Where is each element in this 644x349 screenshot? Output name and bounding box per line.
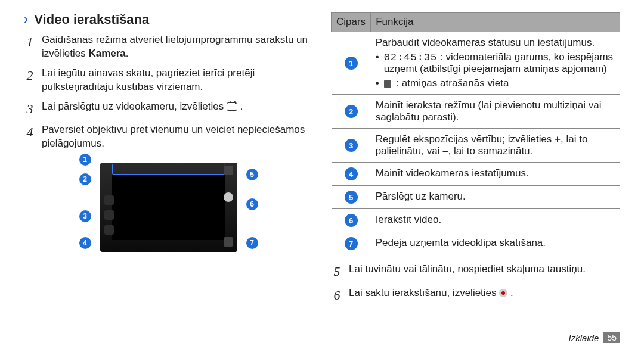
overlay-exposure-icon xyxy=(104,210,114,220)
table-row: 5 Pārslēgt uz kameru. xyxy=(332,186,620,209)
row-badge: 1 xyxy=(345,57,358,70)
step-number: 1 xyxy=(24,33,36,61)
step-2: 2 Lai iegūtu ainavas skatu, pagrieziet i… xyxy=(24,67,313,94)
step-text: Gaidīšanas režīmā atveriet lietojumprogr… xyxy=(42,33,313,61)
camera-screen xyxy=(112,174,225,240)
callout-5: 5 xyxy=(246,169,258,180)
callout-3: 3 xyxy=(79,210,91,222)
page-footer: Izklaide 55 xyxy=(24,332,620,343)
callout-1: 1 xyxy=(79,154,91,166)
step-number: 6 xyxy=(331,286,343,304)
step-number: 2 xyxy=(24,67,36,94)
step-text: Lai pārslēgtu uz videokameru, izvēlietie… xyxy=(42,100,313,118)
row-badge: 2 xyxy=(345,105,358,118)
function-table: Cipars Funkcija 1 Pārbaudīt videokameras… xyxy=(331,12,620,255)
camera-top-bar xyxy=(112,164,225,174)
row-bullet: : atmiņas atrašanās vieta xyxy=(376,77,615,89)
table-row: 1 Pārbaudīt videokameras statusu un iest… xyxy=(332,32,620,95)
step-number: 4 xyxy=(24,123,36,151)
step-text: Lai sāktu ierakstīšanu, izvēlieties . xyxy=(349,286,620,304)
row-badge: 7 xyxy=(345,237,358,250)
overlay-switch-icon xyxy=(224,166,233,175)
record-icon xyxy=(499,289,507,297)
step-text: Lai tuvinātu vai tālinātu, nospiediet sk… xyxy=(349,263,620,281)
row-text: Mainīt ieraksta režīmu (lai pievienotu m… xyxy=(371,95,620,129)
callout-7: 7 xyxy=(246,237,258,249)
callout-2: 2 xyxy=(79,173,91,185)
table-row: 4 Mainīt videokameras iestatījumus. xyxy=(332,163,620,186)
steps-list: 1 Gaidīšanas režīmā atveriet lietojumpro… xyxy=(24,33,313,151)
row-text: Pārslēgt uz kameru. xyxy=(371,186,620,209)
memory-icon xyxy=(384,80,391,88)
table-row: 6 Ierakstīt video. xyxy=(332,209,620,232)
step-4: 4 Pavērsiet objektīvu pret vienumu un ve… xyxy=(24,123,313,151)
row-bullet: 02:45:35 : videomateriāla garums, ko ies… xyxy=(376,51,615,75)
step-6: 6 Lai sāktu ierakstīšanu, izvēlieties . xyxy=(331,286,620,304)
row-text: Pārbaudīt videokameras statusu un iestat… xyxy=(376,37,615,49)
overlay-mode-icon xyxy=(104,195,114,205)
steps-list-continued: 5 Lai tuvinātu vai tālinātu, nospiediet … xyxy=(331,263,620,304)
table-row: 2 Mainīt ieraksta režīmu (lai pievienotu… xyxy=(332,95,620,129)
header-fn: Funkcija xyxy=(371,13,620,32)
overlay-settings-icon xyxy=(104,225,114,235)
overlay-playback-icon xyxy=(224,237,233,247)
time-display: 02:45:35 xyxy=(384,52,438,63)
heading-arrow-icon: › xyxy=(24,12,28,27)
step-1: 1 Gaidīšanas režīmā atveriet lietojumpro… xyxy=(24,33,313,61)
step-5: 5 Lai tuvinātu vai tālinātu, nospiediet … xyxy=(331,263,620,281)
callout-4: 4 xyxy=(79,237,91,249)
table-row: 3 Regulēt ekspozīcijas vērtību; izvēliet… xyxy=(332,129,620,163)
page-number: 55 xyxy=(603,332,620,343)
row-text: Regulēt ekspozīcijas vērtību; izvēlietie… xyxy=(371,129,620,163)
section-heading: › Video ierakstīšana xyxy=(24,12,313,27)
row-badge: 5 xyxy=(345,191,358,204)
step-3: 3 Lai pārslēgtu uz videokameru, izvēliet… xyxy=(24,100,313,118)
heading-title: Video ierakstīšana xyxy=(34,12,149,27)
callout-6: 6 xyxy=(246,198,258,210)
step-text: Lai iegūtu ainavas skatu, pagrieziet ier… xyxy=(42,67,313,94)
camera-illustration: 1 2 3 4 5 6 7 xyxy=(79,157,258,258)
step-number: 5 xyxy=(331,263,343,281)
step-text: Pavērsiet objektīvu pret vienumu un veic… xyxy=(42,123,313,151)
table-header-row: Cipars Funkcija xyxy=(332,13,620,32)
row-text: Ierakstīt video. xyxy=(371,209,620,232)
row-badge: 6 xyxy=(345,214,358,227)
overlay-record-icon xyxy=(224,192,233,202)
row-text: Mainīt videokameras iestatījumus. xyxy=(371,163,620,186)
row-badge: 3 xyxy=(345,139,358,152)
step-number: 3 xyxy=(24,100,36,118)
table-row: 7 Pēdējā uzņemtā videoklipa skatīšana. xyxy=(332,232,620,255)
row-text: Pēdējā uzņemtā videoklipa skatīšana. xyxy=(371,232,620,255)
camera-icon xyxy=(227,102,237,111)
footer-label: Izklaide xyxy=(569,333,599,343)
header-num: Cipars xyxy=(332,13,371,32)
row-badge: 4 xyxy=(345,167,358,180)
